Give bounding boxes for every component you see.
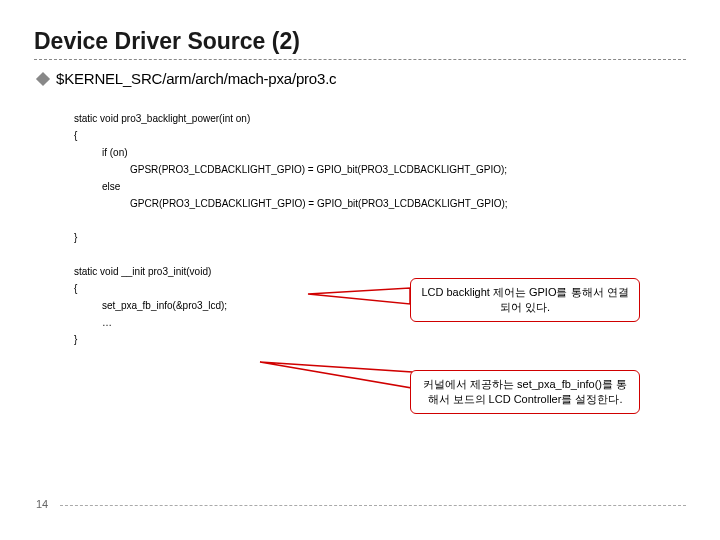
code-line: if (on) bbox=[74, 147, 128, 158]
slide-title: Device Driver Source (2) bbox=[34, 28, 686, 55]
code-line: static void pro3_backlight_power(int on) bbox=[74, 113, 250, 124]
code-line: GPSR(PRO3_LCDBACKLIGHT_GPIO) = GPIO_bit(… bbox=[74, 164, 507, 175]
source-path-row: $KERNEL_SRC/arm/arch/mach-pxa/pro3.c bbox=[34, 70, 686, 87]
source-path: $KERNEL_SRC/arm/arch/mach-pxa/pro3.c bbox=[56, 70, 336, 87]
diamond-bullet-icon bbox=[36, 72, 50, 86]
code-line: static void __init pro3_init(void) bbox=[74, 266, 211, 277]
callout-box-2: 커널에서 제공하는 set_pxa_fb_info()를 통해서 보드의 LCD… bbox=[410, 370, 640, 414]
code-line: else bbox=[74, 181, 120, 192]
code-line: { bbox=[74, 283, 77, 294]
code-line: set_pxa_fb_info(&pro3_lcd); bbox=[74, 300, 227, 311]
code-line: } bbox=[74, 334, 77, 345]
callout-box-1: LCD backlight 제어는 GPIO를 통해서 연결되어 있다. bbox=[410, 278, 640, 322]
code-snippet: static void pro3_backlight_power(int on)… bbox=[74, 93, 686, 365]
page-number: 14 bbox=[36, 498, 48, 510]
callout-pointer-icon bbox=[308, 288, 418, 308]
footer-divider bbox=[60, 505, 686, 506]
title-divider bbox=[34, 59, 686, 60]
code-line: } bbox=[74, 232, 77, 243]
code-line: GPCR(PRO3_LCDBACKLIGHT_GPIO) = GPIO_bit(… bbox=[74, 198, 508, 209]
callout-pointer-icon bbox=[260, 362, 420, 392]
code-line: { bbox=[74, 130, 77, 141]
code-line: … bbox=[74, 317, 112, 328]
